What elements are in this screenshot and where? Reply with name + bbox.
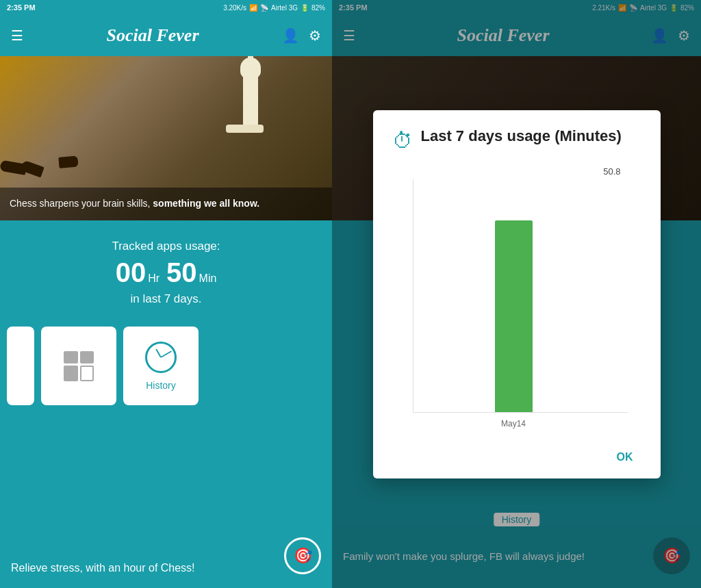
chess-fallen-pieces — [21, 144, 64, 172]
clock-icon — [145, 342, 177, 373]
bar-date-label: May14 — [501, 419, 526, 429]
history-label: History — [146, 380, 176, 391]
bar-wrapper: May14 — [495, 220, 533, 412]
left-menu-icon[interactable]: ☰ — [11, 27, 23, 44]
grid-cell-1 — [64, 351, 78, 364]
usage-bar — [495, 220, 533, 412]
left-status-right: 3.20K/s 📶 📡 Airtel 3G 🔋 82% — [223, 4, 325, 12]
left-status-bar: 2:35 PM 3.20K/s 📶 📡 Airtel 3G 🔋 82% — [0, 0, 332, 15]
left-panel: 2:35 PM 3.20K/s 📶 📡 Airtel 3G 🔋 82% ☰ So… — [0, 0, 332, 588]
left-app-title: Social Fever — [106, 25, 199, 46]
left-fab-button[interactable]: 🎯 — [284, 537, 321, 574]
grid-cell-4 — [80, 366, 94, 381]
tracked-label: Tracked apps usage: — [11, 240, 321, 253]
dialog-title: Last 7 days usage (Minutes) — [421, 127, 622, 146]
minutes-unit: Min — [199, 272, 217, 285]
grid-cell-3 — [64, 366, 78, 381]
left-battery-icon: 🔋 — [301, 4, 309, 12]
apps-icon-card[interactable] — [41, 327, 116, 405]
left-signal-icon: 📶 — [249, 4, 257, 12]
left-carrier: Airtel 3G — [271, 4, 298, 12]
dialog-overlay: ⏱ Last 7 days usage (Minutes) 50.8 May14… — [332, 0, 701, 588]
left-time: 2:35 PM — [7, 3, 36, 12]
left-wifi-icon: 📡 — [260, 4, 268, 12]
hero-caption: Chess sharpens your brain skills, someth… — [0, 188, 332, 220]
grid-cell-2 — [80, 351, 94, 364]
left-battery: 82% — [311, 4, 325, 12]
partial-icon-card[interactable] — [7, 327, 34, 405]
right-panel: 2:35 PM 2.21K/s 📶 📡 Airtel 3G 🔋 82% ☰ So… — [332, 0, 701, 588]
dialog-header: ⏱ Last 7 days usage (Minutes) — [392, 127, 641, 153]
hero-caption-normal: Chess sharpens your brain skills, — [10, 198, 150, 209]
ok-button[interactable]: OK — [609, 447, 641, 468]
history-icon-card[interactable]: History — [123, 327, 199, 405]
chess-king-piece — [238, 70, 264, 133]
left-bottom-text: Relieve stress, with an hour of Chess! — [11, 562, 195, 574]
left-top-bar: ☰ Social Fever 👤 ⚙ — [0, 15, 332, 56]
left-network-speed: 3.20K/s — [223, 4, 246, 12]
left-bottom-bar: Relieve stress, with an hour of Chess! 🎯 — [0, 405, 332, 588]
time-display: 00Hr 50Min — [11, 257, 321, 288]
dialog-footer: OK — [392, 433, 641, 468]
hours-value: 00 — [116, 257, 146, 288]
left-middle-section: Tracked apps usage: 00Hr 50Min in last 7… — [0, 220, 332, 320]
minutes-value: 50 — [166, 257, 197, 288]
dialog-timer-icon: ⏱ — [392, 129, 413, 153]
time-suffix: in last 7 days. — [11, 292, 321, 306]
bar-container: May14 — [413, 179, 628, 413]
left-profile-icon[interactable]: 👤 — [282, 27, 299, 44]
left-icons-row: History — [0, 320, 332, 405]
left-top-icons: 👤 ⚙ — [282, 27, 321, 44]
chart-value-label: 50.8 — [603, 166, 627, 177]
usage-dialog: ⏱ Last 7 days usage (Minutes) 50.8 May14… — [373, 110, 661, 478]
grid-icon — [64, 351, 94, 381]
left-settings-icon[interactable]: ⚙ — [309, 27, 321, 44]
hours-unit: Hr — [148, 272, 160, 285]
hero-caption-bold: something we all know. — [153, 198, 259, 209]
clock-hand-minute — [161, 350, 173, 358]
chart-area: 50.8 May14 — [392, 166, 641, 413]
left-hero-image: Chess sharpens your brain skills, someth… — [0, 56, 332, 220]
